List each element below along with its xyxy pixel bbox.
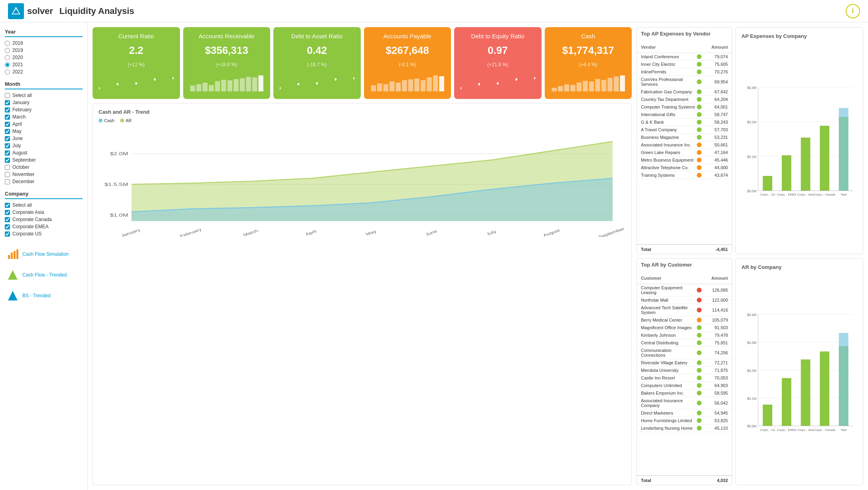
table-row[interactable]: Fabrication Gas Company 67,642 <box>637 88 732 96</box>
month-option-September[interactable]: September <box>5 157 83 163</box>
table-row[interactable]: Advanced Tech Satellite System 114,416 <box>637 304 732 316</box>
table-row[interactable]: Computers Unlimited 64,903 <box>637 382 732 389</box>
month-option-December[interactable]: December <box>5 179 83 184</box>
svg-text:January: January <box>120 228 142 237</box>
trend-svg: $1.0M $1.5.5M $2.0M JanuaryFebruaryMarch… <box>99 125 626 237</box>
table-row[interactable]: Inland Conferences 79,074 <box>637 53 732 61</box>
table-row[interactable]: Country Tax Department 64,204 <box>637 96 732 103</box>
table-row[interactable]: Inner City Electric 75,605 <box>637 61 732 68</box>
table-row[interactable]: Associated Insurance Company 56,042 <box>637 397 732 409</box>
table-row[interactable]: Riverside Village Eatery 72,271 <box>637 359 732 367</box>
ap-chart-area: $0.0M $0.1M $0.2M $0.3MCorpo... USCorpo.… <box>741 42 857 248</box>
svg-rect-5 <box>16 249 18 259</box>
table-row[interactable]: Attractive Telephone Co. 44,000 <box>637 164 732 172</box>
svg-point-42 <box>461 87 461 89</box>
table-row[interactable]: Castle Inn Resort 70,053 <box>637 374 732 382</box>
month-option-February[interactable]: February <box>5 107 83 113</box>
table-row[interactable]: Computer Equipment Leasing 126,095 <box>637 284 732 296</box>
info-button[interactable]: i <box>846 4 860 18</box>
svg-rect-48 <box>558 86 563 91</box>
table-row[interactable]: Communication Connections 74,256 <box>637 347 732 359</box>
svg-text:June: June <box>424 229 439 237</box>
month-option-March[interactable]: March <box>5 114 83 120</box>
table-row[interactable]: Green Lake Repairs 47,164 <box>637 149 732 156</box>
table-row[interactable]: A Travel Company 57,703 <box>637 126 732 134</box>
page-title: Liquidity Analysis <box>59 6 134 16</box>
company-option-corporate-asia[interactable]: Corporate Asia <box>5 209 83 215</box>
table-row[interactable]: Mendota University 71,875 <box>637 367 732 374</box>
top-ap-title: Top AP Expenses by Vendor <box>637 28 732 38</box>
table-row[interactable]: Central Distributing 75,651 <box>637 339 732 347</box>
kpi-change-2: (-16.7 %) <box>280 62 354 67</box>
year-option-2022[interactable]: 2022 <box>5 69 83 75</box>
year-option-2020[interactable]: 2020 <box>5 55 83 60</box>
svg-rect-57 <box>613 77 618 91</box>
month-select-all[interactable]: Select all <box>5 93 83 98</box>
kpi-sparkline-0 <box>99 72 174 93</box>
nav-icon-2 <box>6 289 19 302</box>
table-row[interactable]: G & K Bank 58,243 <box>637 119 732 126</box>
year-options: 20182019202020212022 <box>5 40 83 75</box>
month-option-January[interactable]: January <box>5 100 83 105</box>
month-option-June[interactable]: June <box>5 136 83 141</box>
nav-link-0[interactable]: Cash Flow Simulation <box>5 245 83 264</box>
table-row[interactable]: InlinePermits 70,276 <box>637 68 732 76</box>
svg-rect-116 <box>839 333 848 426</box>
svg-rect-18 <box>221 80 226 91</box>
table-row[interactable]: Direct Marketers 54,945 <box>637 409 732 417</box>
company-option-corporate-canada[interactable]: Corporate Canada <box>5 217 83 222</box>
table-row[interactable]: International Gifts 58,747 <box>637 111 732 119</box>
svg-text:$2.0M: $2.0M <box>110 152 128 156</box>
company-option-corporate-emea[interactable]: Corporate EMEA <box>5 224 83 229</box>
svg-text:February: February <box>179 227 203 237</box>
year-option-2019[interactable]: 2019 <box>5 47 83 53</box>
table-row[interactable]: Business Magazine 53,231 <box>637 134 732 141</box>
table-row[interactable]: Associated Insurance Inc. 50,661 <box>637 141 732 149</box>
table-row[interactable]: Metro Business Equipment 45,446 <box>637 156 732 164</box>
svg-rect-50 <box>570 85 575 91</box>
nav-link-1[interactable]: Cash Flow - Trended <box>5 265 83 285</box>
svg-rect-3 <box>11 253 13 259</box>
table-row[interactable]: ComVex Professional Services 69,954 <box>637 76 732 88</box>
svg-rect-86 <box>782 155 791 191</box>
header: solver Liquidity Analysis i <box>0 0 868 22</box>
company-option-corporate-us[interactable]: Corporate US <box>5 231 83 237</box>
year-option-2018[interactable]: 2018 <box>5 40 83 46</box>
kpi-title-1: Accounts Receivable <box>190 33 264 40</box>
svg-text:Total: Total <box>840 193 847 196</box>
svg-rect-47 <box>552 88 556 91</box>
svg-rect-22 <box>246 77 251 91</box>
ap-by-company-panel: AP Expenses by Company $0.0M $0.1M $0.2M… <box>736 27 863 254</box>
year-option-2021[interactable]: 2021 <box>5 62 83 67</box>
month-option-May[interactable]: May <box>5 128 83 134</box>
svg-text:$0.4M: $0.4M <box>747 313 756 317</box>
month-option-July[interactable]: July <box>5 143 83 148</box>
month-option-November[interactable]: November <box>5 172 83 177</box>
company-filter-title: Company <box>5 191 83 199</box>
svg-point-10 <box>135 82 137 85</box>
svg-text:Corpo... US: Corpo... US <box>760 428 775 432</box>
legend-ar: AR <box>120 118 132 123</box>
table-row[interactable]: Computer Training Systems 64,001 <box>637 103 732 111</box>
table-row[interactable]: Magnificent Office Images 91,503 <box>637 324 732 332</box>
table-row[interactable]: Berry Medical Center 105,079 <box>637 316 732 324</box>
svg-rect-107 <box>763 405 772 426</box>
table-row[interactable]: Training Systems 43,674 <box>637 172 732 179</box>
top-ap-panel: Top AP Expenses by Vendor Vendor Amount … <box>637 27 732 254</box>
month-option-April[interactable]: April <box>5 121 83 127</box>
ap-company-title: AP Expenses by Company <box>741 33 857 39</box>
table-row[interactable]: Kimberly Johnson 79,478 <box>637 332 732 339</box>
table-row[interactable]: Northstar Mall 122,000 <box>637 296 732 304</box>
company-select-all[interactable]: Select all <box>5 202 83 208</box>
nav-link-2[interactable]: BS - Trended <box>5 286 83 305</box>
kpi-change-3: (-0.1 %) <box>370 62 445 67</box>
table-row[interactable]: Bakers Emporium Inc. 58,595 <box>637 389 732 397</box>
table-row[interactable]: Home Furnishings Limited 53,825 <box>637 417 732 425</box>
table-row[interactable]: Lenderberg Nursing Home 45,110 <box>637 425 732 432</box>
month-option-October[interactable]: October <box>5 164 83 170</box>
month-option-August[interactable]: August <box>5 150 83 156</box>
svg-rect-21 <box>239 78 244 91</box>
month-filter: Month Select all JanuaryFebruaryMarchApr… <box>5 81 83 184</box>
kpi-card-2: Debt to Asset Ratio 0.42 (-16.7 %) <box>273 27 361 99</box>
svg-rect-38 <box>420 80 425 91</box>
